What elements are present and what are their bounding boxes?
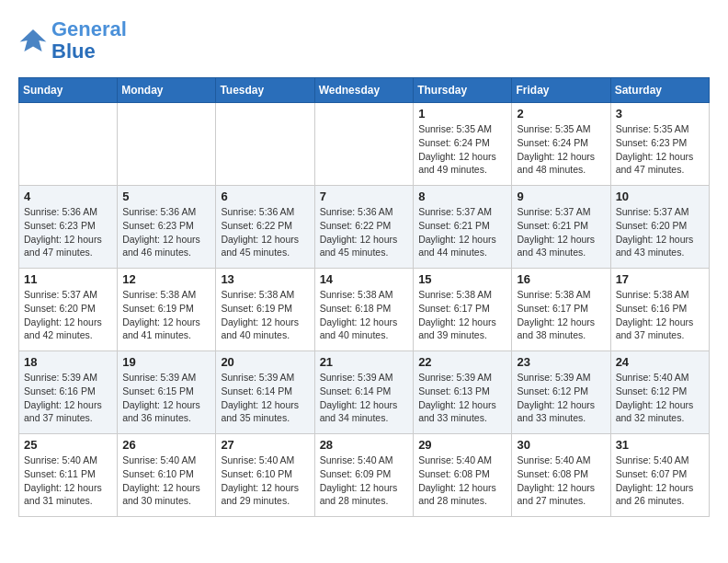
day-info: Sunrise: 5:37 AM Sunset: 6:21 PM Dayligh…: [418, 205, 506, 259]
weekday-header: Sunday: [19, 78, 118, 103]
logo: General Blue: [18, 18, 127, 63]
day-info: Sunrise: 5:39 AM Sunset: 6:12 PM Dayligh…: [517, 371, 605, 425]
calendar-cell: 29Sunrise: 5:40 AM Sunset: 6:08 PM Dayli…: [414, 434, 512, 517]
calendar-cell: [118, 103, 216, 186]
day-number: 10: [616, 190, 704, 203]
weekday-header: Tuesday: [216, 78, 314, 103]
day-info: Sunrise: 5:37 AM Sunset: 6:21 PM Dayligh…: [517, 205, 605, 259]
calendar-cell: 24Sunrise: 5:40 AM Sunset: 6:12 PM Dayli…: [610, 351, 709, 434]
day-info: Sunrise: 5:40 AM Sunset: 6:08 PM Dayligh…: [418, 454, 506, 508]
calendar-cell: 10Sunrise: 5:37 AM Sunset: 6:20 PM Dayli…: [610, 186, 709, 269]
calendar-cell: 4Sunrise: 5:36 AM Sunset: 6:23 PM Daylig…: [19, 186, 118, 269]
svg-marker-0: [20, 29, 47, 52]
day-info: Sunrise: 5:38 AM Sunset: 6:16 PM Dayligh…: [616, 288, 704, 342]
day-info: Sunrise: 5:37 AM Sunset: 6:20 PM Dayligh…: [24, 288, 112, 342]
calendar-cell: 21Sunrise: 5:39 AM Sunset: 6:14 PM Dayli…: [314, 351, 414, 434]
calendar-cell: 23Sunrise: 5:39 AM Sunset: 6:12 PM Dayli…: [512, 351, 610, 434]
day-info: Sunrise: 5:40 AM Sunset: 6:10 PM Dayligh…: [221, 454, 309, 508]
day-number: 30: [517, 438, 605, 452]
day-info: Sunrise: 5:39 AM Sunset: 6:13 PM Dayligh…: [418, 371, 506, 425]
calendar-cell: 9Sunrise: 5:37 AM Sunset: 6:21 PM Daylig…: [512, 186, 610, 269]
calendar-cell: 7Sunrise: 5:36 AM Sunset: 6:22 PM Daylig…: [314, 186, 414, 269]
calendar-week-row: 11Sunrise: 5:37 AM Sunset: 6:20 PM Dayli…: [19, 269, 710, 351]
day-info: Sunrise: 5:38 AM Sunset: 6:17 PM Dayligh…: [418, 288, 506, 342]
day-number: 21: [320, 355, 409, 369]
calendar-body: 1Sunrise: 5:35 AM Sunset: 6:24 PM Daylig…: [19, 103, 710, 517]
day-info: Sunrise: 5:39 AM Sunset: 6:14 PM Dayligh…: [320, 371, 409, 425]
day-number: 31: [616, 438, 704, 452]
day-number: 24: [616, 355, 704, 369]
calendar-week-row: 4Sunrise: 5:36 AM Sunset: 6:23 PM Daylig…: [19, 186, 710, 269]
day-info: Sunrise: 5:36 AM Sunset: 6:22 PM Dayligh…: [221, 205, 309, 259]
weekday-header: Friday: [512, 78, 610, 103]
day-info: Sunrise: 5:35 AM Sunset: 6:23 PM Dayligh…: [616, 122, 704, 177]
day-number: 4: [24, 190, 112, 203]
day-info: Sunrise: 5:36 AM Sunset: 6:23 PM Dayligh…: [24, 205, 112, 259]
calendar-cell: 28Sunrise: 5:40 AM Sunset: 6:09 PM Dayli…: [314, 434, 414, 517]
day-number: 1: [418, 107, 506, 121]
calendar-cell: 14Sunrise: 5:38 AM Sunset: 6:18 PM Dayli…: [314, 269, 414, 351]
calendar-cell: 27Sunrise: 5:40 AM Sunset: 6:10 PM Dayli…: [216, 434, 314, 517]
day-info: Sunrise: 5:40 AM Sunset: 6:12 PM Dayligh…: [616, 371, 704, 425]
weekday-header: Wednesday: [314, 78, 414, 103]
day-info: Sunrise: 5:40 AM Sunset: 6:09 PM Dayligh…: [320, 454, 409, 508]
day-number: 3: [616, 107, 704, 121]
day-info: Sunrise: 5:36 AM Sunset: 6:23 PM Dayligh…: [122, 205, 210, 259]
calendar-cell: 6Sunrise: 5:36 AM Sunset: 6:22 PM Daylig…: [216, 186, 314, 269]
weekday-header: Monday: [118, 78, 216, 103]
day-info: Sunrise: 5:36 AM Sunset: 6:22 PM Dayligh…: [320, 205, 409, 259]
logo-text: General Blue: [51, 18, 127, 63]
day-number: 28: [320, 438, 409, 452]
day-info: Sunrise: 5:40 AM Sunset: 6:10 PM Dayligh…: [122, 454, 210, 508]
weekday-header: Thursday: [414, 78, 512, 103]
calendar-cell: 25Sunrise: 5:40 AM Sunset: 6:11 PM Dayli…: [19, 434, 118, 517]
day-info: Sunrise: 5:40 AM Sunset: 6:11 PM Dayligh…: [24, 454, 112, 508]
day-number: 29: [418, 438, 506, 452]
calendar-cell: 11Sunrise: 5:37 AM Sunset: 6:20 PM Dayli…: [19, 269, 118, 351]
calendar-cell: 17Sunrise: 5:38 AM Sunset: 6:16 PM Dayli…: [610, 269, 709, 351]
calendar-cell: 30Sunrise: 5:40 AM Sunset: 6:08 PM Dayli…: [512, 434, 610, 517]
day-number: 23: [517, 355, 605, 369]
day-number: 20: [221, 355, 309, 369]
calendar-cell: 19Sunrise: 5:39 AM Sunset: 6:15 PM Dayli…: [118, 351, 216, 434]
day-info: Sunrise: 5:35 AM Sunset: 6:24 PM Dayligh…: [517, 122, 605, 177]
day-number: 22: [418, 355, 506, 369]
day-info: Sunrise: 5:40 AM Sunset: 6:07 PM Dayligh…: [616, 454, 704, 508]
day-number: 27: [221, 438, 309, 452]
weekday-header: Saturday: [610, 78, 709, 103]
day-number: 17: [616, 272, 704, 286]
calendar-cell: 12Sunrise: 5:38 AM Sunset: 6:19 PM Dayli…: [118, 269, 216, 351]
calendar-header: SundayMondayTuesdayWednesdayThursdayFrid…: [19, 78, 710, 103]
day-info: Sunrise: 5:38 AM Sunset: 6:17 PM Dayligh…: [517, 288, 605, 342]
day-info: Sunrise: 5:35 AM Sunset: 6:24 PM Dayligh…: [418, 122, 506, 177]
calendar-cell: [314, 103, 414, 186]
day-number: 8: [418, 190, 506, 203]
day-number: 7: [320, 190, 409, 203]
weekday-row: SundayMondayTuesdayWednesdayThursdayFrid…: [19, 78, 710, 103]
calendar-cell: 16Sunrise: 5:38 AM Sunset: 6:17 PM Dayli…: [512, 269, 610, 351]
day-info: Sunrise: 5:40 AM Sunset: 6:08 PM Dayligh…: [517, 454, 605, 508]
calendar-week-row: 18Sunrise: 5:39 AM Sunset: 6:16 PM Dayli…: [19, 351, 710, 434]
calendar-table: SundayMondayTuesdayWednesdayThursdayFrid…: [18, 77, 710, 517]
day-info: Sunrise: 5:38 AM Sunset: 6:18 PM Dayligh…: [320, 288, 409, 342]
calendar-cell: 15Sunrise: 5:38 AM Sunset: 6:17 PM Dayli…: [414, 269, 512, 351]
day-info: Sunrise: 5:38 AM Sunset: 6:19 PM Dayligh…: [122, 288, 210, 342]
calendar-cell: [216, 103, 314, 186]
day-number: 16: [517, 272, 605, 286]
day-number: 11: [24, 272, 112, 286]
page-header: General Blue: [18, 18, 710, 63]
day-number: 9: [517, 190, 605, 203]
calendar-cell: [19, 103, 118, 186]
calendar-cell: 20Sunrise: 5:39 AM Sunset: 6:14 PM Dayli…: [216, 351, 314, 434]
day-number: 2: [517, 107, 605, 121]
day-number: 26: [122, 438, 210, 452]
calendar-cell: 13Sunrise: 5:38 AM Sunset: 6:19 PM Dayli…: [216, 269, 314, 351]
calendar-cell: 31Sunrise: 5:40 AM Sunset: 6:07 PM Dayli…: [610, 434, 709, 517]
calendar-cell: 1Sunrise: 5:35 AM Sunset: 6:24 PM Daylig…: [414, 103, 512, 186]
calendar-cell: 5Sunrise: 5:36 AM Sunset: 6:23 PM Daylig…: [118, 186, 216, 269]
day-info: Sunrise: 5:37 AM Sunset: 6:20 PM Dayligh…: [616, 205, 704, 259]
calendar-week-row: 1Sunrise: 5:35 AM Sunset: 6:24 PM Daylig…: [19, 103, 710, 186]
day-info: Sunrise: 5:39 AM Sunset: 6:16 PM Dayligh…: [24, 371, 112, 425]
day-number: 5: [122, 190, 210, 203]
calendar-cell: 8Sunrise: 5:37 AM Sunset: 6:21 PM Daylig…: [414, 186, 512, 269]
